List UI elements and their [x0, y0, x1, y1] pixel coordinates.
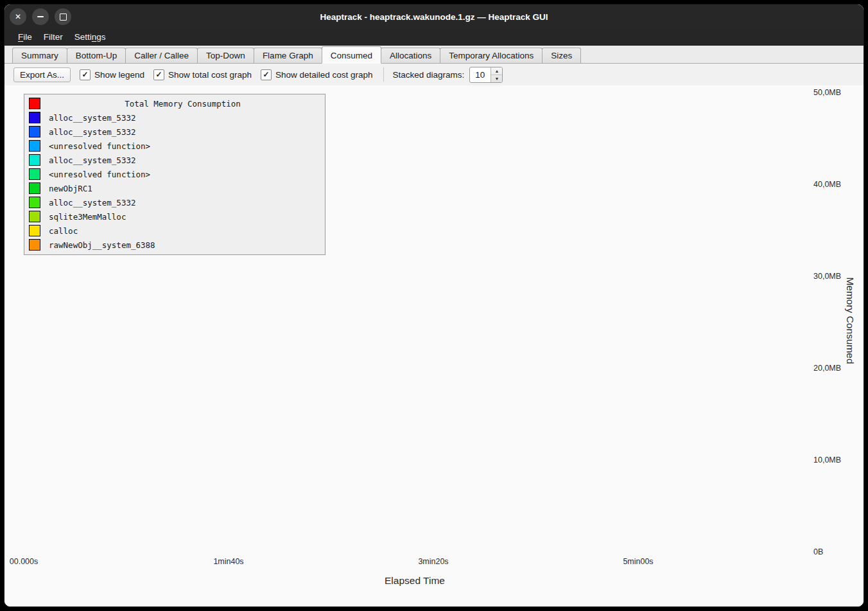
- y-axis-title: Memory Consumed: [843, 256, 856, 385]
- tab-consumed[interactable]: Consumed: [322, 46, 381, 64]
- legend-swatch-green: [29, 182, 40, 194]
- toolbar: Export As... ✓ Show legend ✓ Show total …: [4, 64, 864, 85]
- menu-file[interactable]: File: [12, 31, 38, 43]
- legend-label: rawNewObj__system_6388: [49, 240, 155, 250]
- legend-label: calloc: [49, 226, 78, 236]
- legend-item: alloc__system_5332: [24, 195, 325, 209]
- tab-flame-graph[interactable]: Flame Graph: [254, 48, 322, 63]
- minimize-bar: [37, 16, 44, 17]
- legend-item: alloc__system_5332: [24, 111, 325, 125]
- show-legend-checkbox[interactable]: ✓ Show legend: [80, 69, 144, 80]
- close-icon[interactable]: ✕: [10, 8, 26, 25]
- legend-swatch-cyan: [29, 154, 40, 166]
- y-tick-40mb: 40,0MB: [813, 180, 858, 189]
- show-total-cost-checkbox[interactable]: ✓ Show total cost graph: [153, 69, 252, 80]
- menu-settings[interactable]: Settings: [69, 31, 112, 43]
- x-tick-5min00s: 5min00s: [609, 557, 667, 566]
- legend-item: alloc__system_5332: [24, 125, 325, 139]
- tab-summary[interactable]: Summary: [12, 48, 67, 63]
- show-legend-label: Show legend: [94, 70, 144, 80]
- legend-label: alloc__system_5332: [49, 113, 135, 123]
- legend-label: sqlite3MemMalloc: [49, 212, 126, 222]
- app-window: ✕ Heaptrack - heaptrack.wakunode.1.gz — …: [4, 4, 864, 607]
- stacked-diagrams-value[interactable]: 10: [470, 67, 490, 82]
- legend-label: alloc__system_5332: [49, 155, 135, 165]
- menu-filter[interactable]: Filter: [38, 31, 69, 43]
- tab-bottom-up[interactable]: Bottom-Up: [67, 48, 126, 63]
- show-total-cost-label: Show total cost graph: [168, 70, 252, 80]
- maximize-square: [60, 13, 67, 21]
- y-tick-50mb: 50,0MB: [813, 88, 858, 97]
- tabbar: Summary Bottom-Up Caller / Callee Top-Do…: [4, 46, 864, 64]
- checkbox-check-icon: ✓: [80, 69, 91, 80]
- legend-item: alloc__system_5332: [24, 153, 325, 167]
- legend-swatch-blue: [29, 126, 40, 137]
- titlebar: ✕ Heaptrack - heaptrack.wakunode.1.gz — …: [4, 4, 864, 29]
- stacked-diagrams-spinner[interactable]: 10 ▲ ▼: [469, 67, 503, 83]
- legend-swatch-darkblue: [29, 112, 40, 123]
- memory-consumption-chart: 0B 10,0MB 20,0MB 30,0MB 40,0MB 50,0MB 00…: [4, 85, 864, 607]
- checkbox-check-icon: ✓: [261, 69, 272, 80]
- y-tick-0b: 0B: [813, 547, 858, 556]
- legend-item: sqlite3MemMalloc: [24, 209, 325, 224]
- tab-sizes[interactable]: Sizes: [542, 48, 581, 63]
- checkbox-check-icon: ✓: [153, 69, 164, 80]
- spinner-buttons: ▲ ▼: [490, 67, 502, 82]
- tab-caller-callee[interactable]: Caller / Callee: [125, 48, 198, 63]
- legend-swatch-orange: [29, 239, 40, 251]
- x-axis-title: Elapsed Time: [351, 575, 479, 587]
- legend-item: <unresolved function>: [24, 139, 325, 153]
- spinner-up-icon[interactable]: ▲: [491, 67, 502, 75]
- legend-item: rawNewObj__system_6388: [24, 238, 325, 252]
- stacked-diagrams-label: Stacked diagrams:: [393, 70, 465, 80]
- y-tick-10mb: 10,0MB: [813, 456, 858, 465]
- legend-label: alloc__system_5332: [49, 127, 135, 137]
- legend-label: newObjRC1: [49, 184, 92, 193]
- legend-item: <unresolved function>: [24, 167, 325, 181]
- legend-item: calloc: [24, 224, 325, 238]
- window-controls: ✕: [4, 8, 71, 25]
- chart-legend: Total Memory Consumption alloc__system_5…: [24, 94, 326, 255]
- toolbar-separator: [383, 67, 384, 82]
- legend-label: <unresolved function>: [49, 170, 150, 179]
- legend-label: alloc__system_5332: [49, 198, 135, 208]
- show-detailed-cost-label: Show detailed cost graph: [275, 70, 373, 80]
- legend-swatch-chartreuse: [29, 211, 40, 222]
- legend-item-total: Total Memory Consumption: [24, 96, 325, 111]
- legend-swatch-springgreen: [29, 168, 40, 180]
- export-as-button[interactable]: Export As...: [13, 67, 71, 82]
- menubar: File Filter Settings: [4, 29, 864, 46]
- legend-swatch-red: [29, 98, 40, 109]
- minimize-icon[interactable]: [32, 8, 49, 25]
- legend-swatch-brightgreen: [29, 197, 40, 208]
- tab-temporary-allocations[interactable]: Temporary Allocations: [440, 48, 542, 63]
- tab-top-down[interactable]: Top-Down: [197, 48, 254, 63]
- maximize-icon[interactable]: [55, 8, 71, 25]
- show-detailed-cost-checkbox[interactable]: ✓ Show detailed cost graph: [261, 69, 373, 80]
- legend-label: Total Memory Consumption: [40, 99, 325, 109]
- x-tick-0s: 00.000s: [4, 557, 53, 566]
- x-tick-1min40s: 1min40s: [200, 557, 257, 566]
- legend-swatch-lightblue: [29, 140, 40, 152]
- tab-allocations[interactable]: Allocations: [381, 48, 440, 63]
- x-tick-3min20s: 3min20s: [404, 557, 462, 566]
- spinner-down-icon[interactable]: ▼: [491, 75, 502, 82]
- legend-label: <unresolved function>: [49, 141, 150, 151]
- legend-swatch-yellow: [29, 225, 40, 236]
- window-title: Heaptrack - heaptrack.wakunode.1.gz — He…: [4, 12, 864, 22]
- legend-item: newObjRC1: [24, 181, 325, 195]
